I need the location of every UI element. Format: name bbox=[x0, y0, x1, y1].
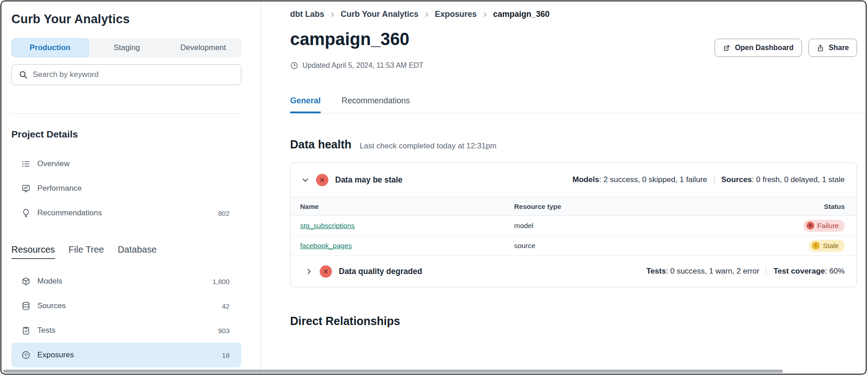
table-row: stg_subscriptions model Failure bbox=[291, 216, 857, 236]
stale-section-header: Data may be stale Models: 2 success, 0 s… bbox=[291, 163, 857, 197]
breadcrumb-project[interactable]: Curb Your Analytics bbox=[341, 10, 419, 19]
sidebar-item-exposures[interactable]: Exposures 18 bbox=[11, 343, 241, 367]
tab-database[interactable]: Database bbox=[117, 244, 157, 259]
tab-recommendations[interactable]: Recommendations bbox=[342, 96, 410, 113]
sidebar-item-label: Recommendations bbox=[37, 208, 102, 218]
stale-resources-table: Name Resource type Status stg_subscripti… bbox=[291, 197, 857, 256]
chevron-right-icon bbox=[424, 11, 430, 18]
coverage-stat-label: Test coverage bbox=[773, 267, 825, 275]
tests-stat-label: Tests bbox=[646, 267, 666, 275]
breadcrumb-dbt-labs[interactable]: dbt Labs bbox=[290, 10, 324, 19]
sidebar-item-recommendations[interactable]: Recommendations 802 bbox=[11, 201, 241, 225]
status-badge-stale: Stale bbox=[809, 240, 845, 252]
detail-tabs: General Recommendations bbox=[290, 96, 867, 113]
header-actions: Open Dashboard Share bbox=[715, 39, 857, 57]
sidebar-item-label: Overview bbox=[37, 159, 70, 168]
sidebar-item-label: Models bbox=[37, 277, 62, 286]
stat-divider bbox=[766, 266, 766, 276]
sidebar-item-label: Tests bbox=[37, 326, 56, 335]
tests-stat: Tests: 0 success, 1 warn, 2 error bbox=[646, 267, 759, 276]
project-details-nav: Overview Performance Recommendations 802 bbox=[11, 152, 241, 225]
models-stat-value: : 2 success, 0 skipped, 1 failure bbox=[599, 175, 707, 184]
database-icon bbox=[21, 301, 31, 310]
share-label: Share bbox=[829, 44, 849, 52]
warning-exclamation-icon bbox=[812, 242, 820, 249]
share-icon bbox=[817, 44, 824, 52]
sidebar-item-label: Sources bbox=[37, 301, 66, 310]
resource-view-tabs: Resources File Tree Database bbox=[11, 244, 260, 259]
sidebar-item-tests[interactable]: Tests 903 bbox=[11, 318, 241, 343]
search-input[interactable] bbox=[33, 70, 234, 79]
open-dashboard-label: Open Dashboard bbox=[735, 44, 794, 52]
data-health-header: Data health Last check completed today a… bbox=[290, 138, 857, 151]
models-stat-label: Models bbox=[572, 175, 599, 184]
status-badge-label: Stale bbox=[823, 242, 839, 250]
sources-stat-value: : 0 fresh, 0 delayed, 1 stale bbox=[752, 175, 845, 184]
chevron-right-icon bbox=[329, 11, 336, 18]
sidebar-item-performance[interactable]: Performance bbox=[11, 176, 241, 201]
models-stat: Models: 2 success, 0 skipped, 1 failure bbox=[572, 175, 707, 184]
models-count: 1,800 bbox=[212, 278, 230, 285]
data-health-heading: Data health bbox=[290, 138, 352, 151]
data-health-card: Data may be stale Models: 2 success, 0 s… bbox=[290, 163, 857, 287]
sidebar-item-models[interactable]: Models 1,800 bbox=[11, 269, 241, 294]
share-button[interactable]: Share bbox=[808, 39, 857, 57]
external-link-icon bbox=[723, 44, 730, 52]
gauge-icon bbox=[21, 351, 31, 360]
resource-type-cell: model bbox=[514, 222, 740, 230]
breadcrumb-exposures[interactable]: Exposures bbox=[435, 10, 477, 19]
error-x-icon bbox=[320, 265, 332, 278]
sidebar-search[interactable] bbox=[11, 64, 241, 85]
column-header-name: Name bbox=[300, 203, 514, 210]
sidebar-divider bbox=[11, 113, 241, 114]
chevron-down-icon[interactable] bbox=[301, 176, 309, 184]
sidebar-item-sources[interactable]: Sources 42 bbox=[11, 294, 241, 318]
updated-text: Updated April 5, 2024, 11:53 AM EDT bbox=[302, 61, 424, 70]
quality-section-header: Data quality degraded Tests: 0 success, … bbox=[291, 256, 857, 287]
stat-divider bbox=[714, 175, 715, 185]
sidebar-item-label: Exposures bbox=[37, 351, 74, 360]
tab-file-tree[interactable]: File Tree bbox=[69, 244, 104, 259]
status-badge-label: Failure bbox=[817, 222, 839, 230]
env-tab-staging[interactable]: Staging bbox=[89, 38, 165, 57]
breadcrumb: dbt Labs Curb Your Analytics Exposures c… bbox=[290, 10, 857, 19]
horizontal-scrollbar[interactable] bbox=[3, 370, 783, 373]
environment-switcher: Production Staging Development bbox=[11, 38, 241, 57]
list-icon bbox=[21, 159, 31, 168]
sidebar-item-overview[interactable]: Overview bbox=[11, 152, 241, 176]
app-window: Curb Your Analytics Production Staging D… bbox=[0, 0, 867, 375]
resource-link-facebook-pages[interactable]: facebook_pages bbox=[300, 242, 352, 249]
last-check-text: Last check completed today at 12:31pm bbox=[360, 142, 497, 151]
coverage-stat-value: : 60% bbox=[825, 267, 845, 275]
stale-section-stats: Models: 2 success, 0 skipped, 1 failure … bbox=[572, 175, 845, 185]
resources-nav: Models 1,800 Sources 42 Tests 903 bbox=[11, 269, 241, 367]
status-badge-failure: Failure bbox=[803, 220, 845, 232]
quality-section-title: Data quality degraded bbox=[339, 267, 422, 276]
chevron-right-icon bbox=[482, 11, 488, 18]
table-header-row: Name Resource type Status bbox=[291, 197, 857, 216]
sources-stat: Sources: 0 fresh, 0 delayed, 1 stale bbox=[721, 175, 845, 184]
error-x-icon bbox=[316, 174, 328, 186]
direct-relationships-heading: Direct Relationships bbox=[290, 315, 857, 328]
resource-link-stg-subscriptions[interactable]: stg_subscriptions bbox=[300, 222, 355, 229]
performance-icon bbox=[21, 184, 31, 193]
column-header-resource-type: Resource type bbox=[514, 203, 740, 210]
resource-type-cell: source bbox=[514, 242, 740, 250]
tab-general[interactable]: General bbox=[290, 96, 321, 113]
lightbulb-icon bbox=[21, 208, 31, 218]
recommendations-count: 802 bbox=[218, 209, 230, 217]
chevron-right-icon[interactable] bbox=[305, 268, 313, 275]
open-dashboard-button[interactable]: Open Dashboard bbox=[715, 39, 802, 57]
tests-stat-value: : 0 success, 1 warn, 2 error bbox=[666, 267, 759, 275]
tab-resources[interactable]: Resources bbox=[11, 244, 55, 259]
env-tab-production[interactable]: Production bbox=[11, 38, 89, 57]
stale-section-title: Data may be stale bbox=[335, 175, 403, 185]
table-row: facebook_pages source Stale bbox=[291, 236, 857, 256]
cube-icon bbox=[21, 277, 31, 286]
quality-section-stats: Tests: 0 success, 1 warn, 2 error Test c… bbox=[646, 266, 845, 276]
search-icon bbox=[19, 70, 28, 79]
env-tab-development[interactable]: Development bbox=[165, 38, 241, 57]
clipboard-check-icon bbox=[21, 326, 31, 335]
clock-icon bbox=[290, 61, 298, 70]
breadcrumb-current: campaign_360 bbox=[493, 10, 550, 19]
